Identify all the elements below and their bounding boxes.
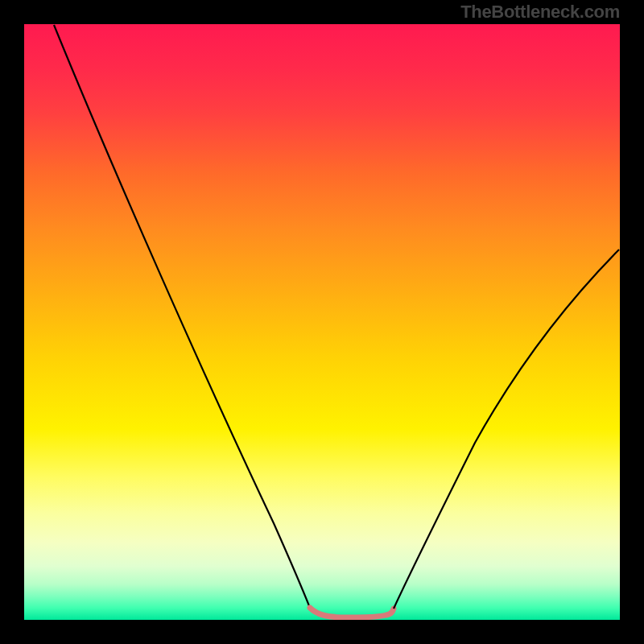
curve-left-branch [54, 25, 310, 608]
curve-valley-bottom [310, 608, 394, 617]
curve-right-branch [394, 250, 619, 609]
watermark-text: TheBottleneck.com [460, 2, 620, 23]
chart-curves [24, 24, 620, 620]
